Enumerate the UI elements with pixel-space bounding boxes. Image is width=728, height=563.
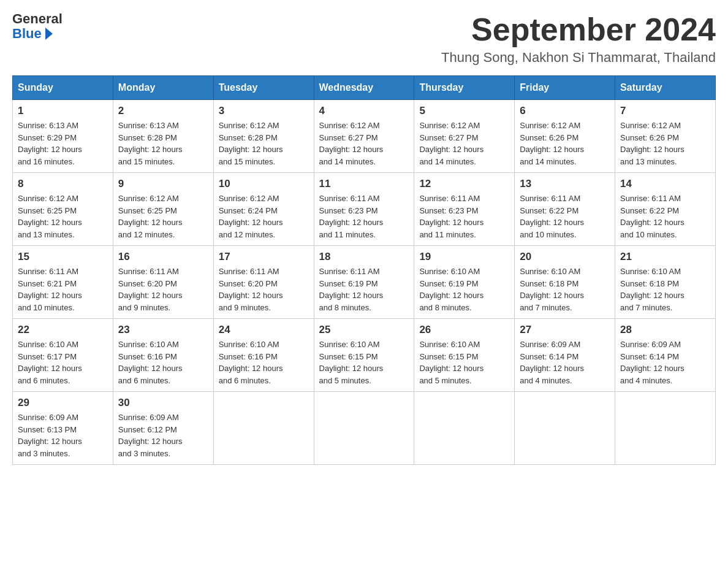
day-info: Sunrise: 6:10 AMSunset: 6:16 PMDaylight:… [219, 339, 309, 386]
day-number: 1 [18, 105, 108, 117]
calendar-header-saturday: Saturday [615, 76, 716, 100]
calendar-day-cell: 18Sunrise: 6:11 AMSunset: 6:19 PMDayligh… [314, 246, 414, 319]
calendar-day-cell: 24Sunrise: 6:10 AMSunset: 6:16 PMDayligh… [213, 319, 314, 392]
calendar-day-cell [213, 392, 314, 465]
day-number: 29 [18, 397, 108, 409]
calendar-day-cell: 29Sunrise: 6:09 AMSunset: 6:13 PMDayligh… [13, 392, 113, 465]
calendar-day-cell: 3Sunrise: 6:12 AMSunset: 6:28 PMDaylight… [213, 100, 314, 173]
day-number: 20 [520, 251, 610, 263]
day-info: Sunrise: 6:12 AMSunset: 6:25 PMDaylight:… [118, 193, 208, 240]
logo: General Blue [12, 12, 63, 42]
calendar-day-cell [314, 392, 414, 465]
calendar-day-cell: 30Sunrise: 6:09 AMSunset: 6:12 PMDayligh… [113, 392, 213, 465]
page-header: General Blue September 2024 Thung Song, … [12, 12, 716, 66]
day-number: 7 [620, 105, 710, 117]
calendar-day-cell: 13Sunrise: 6:11 AMSunset: 6:22 PMDayligh… [515, 173, 615, 246]
calendar-day-cell: 20Sunrise: 6:10 AMSunset: 6:18 PMDayligh… [515, 246, 615, 319]
day-number: 26 [419, 324, 509, 336]
calendar-day-cell [515, 392, 615, 465]
calendar-day-cell: 15Sunrise: 6:11 AMSunset: 6:21 PMDayligh… [13, 246, 113, 319]
day-number: 15 [18, 251, 108, 263]
day-number: 27 [520, 324, 610, 336]
calendar-week-row: 8Sunrise: 6:12 AMSunset: 6:25 PMDaylight… [13, 173, 716, 246]
calendar-week-row: 15Sunrise: 6:11 AMSunset: 6:21 PMDayligh… [13, 246, 716, 319]
day-number: 21 [620, 251, 710, 263]
day-info: Sunrise: 6:10 AMSunset: 6:18 PMDaylight:… [520, 266, 610, 313]
calendar-day-cell: 17Sunrise: 6:11 AMSunset: 6:20 PMDayligh… [213, 246, 314, 319]
calendar-day-cell [414, 392, 515, 465]
day-info: Sunrise: 6:11 AMSunset: 6:22 PMDaylight:… [620, 193, 710, 240]
calendar-day-cell: 5Sunrise: 6:12 AMSunset: 6:27 PMDaylight… [414, 100, 515, 173]
calendar-day-cell: 1Sunrise: 6:13 AMSunset: 6:29 PMDaylight… [13, 100, 113, 173]
day-info: Sunrise: 6:11 AMSunset: 6:21 PMDaylight:… [18, 266, 108, 313]
calendar-header-tuesday: Tuesday [213, 76, 314, 100]
day-info: Sunrise: 6:11 AMSunset: 6:23 PMDaylight:… [319, 193, 409, 240]
calendar-header-thursday: Thursday [414, 76, 515, 100]
day-info: Sunrise: 6:11 AMSunset: 6:20 PMDaylight:… [118, 266, 208, 313]
day-info: Sunrise: 6:11 AMSunset: 6:22 PMDaylight:… [520, 193, 610, 240]
day-number: 19 [419, 251, 509, 263]
day-number: 24 [219, 324, 309, 336]
day-info: Sunrise: 6:10 AMSunset: 6:17 PMDaylight:… [18, 339, 108, 386]
calendar-day-cell: 2Sunrise: 6:13 AMSunset: 6:28 PMDaylight… [113, 100, 213, 173]
day-info: Sunrise: 6:12 AMSunset: 6:26 PMDaylight:… [520, 120, 610, 167]
day-number: 2 [118, 105, 208, 117]
day-number: 25 [319, 324, 409, 336]
day-info: Sunrise: 6:13 AMSunset: 6:29 PMDaylight:… [18, 120, 108, 167]
calendar-day-cell: 28Sunrise: 6:09 AMSunset: 6:14 PMDayligh… [615, 319, 716, 392]
calendar-day-cell [615, 392, 716, 465]
day-info: Sunrise: 6:13 AMSunset: 6:28 PMDaylight:… [118, 120, 208, 167]
calendar-week-row: 29Sunrise: 6:09 AMSunset: 6:13 PMDayligh… [13, 392, 716, 465]
calendar-day-cell: 10Sunrise: 6:12 AMSunset: 6:24 PMDayligh… [213, 173, 314, 246]
day-number: 13 [520, 178, 610, 190]
day-info: Sunrise: 6:10 AMSunset: 6:18 PMDaylight:… [620, 266, 710, 313]
calendar-week-row: 1Sunrise: 6:13 AMSunset: 6:29 PMDaylight… [13, 100, 716, 173]
logo-triangle-icon [45, 28, 53, 40]
day-info: Sunrise: 6:11 AMSunset: 6:19 PMDaylight:… [319, 266, 409, 313]
title-section: September 2024 Thung Song, Nakhon Si Tha… [441, 12, 716, 66]
day-number: 6 [520, 105, 610, 117]
day-number: 23 [118, 324, 208, 336]
day-info: Sunrise: 6:10 AMSunset: 6:15 PMDaylight:… [319, 339, 409, 386]
day-info: Sunrise: 6:12 AMSunset: 6:28 PMDaylight:… [219, 120, 309, 167]
day-info: Sunrise: 6:11 AMSunset: 6:23 PMDaylight:… [419, 193, 509, 240]
day-number: 14 [620, 178, 710, 190]
day-info: Sunrise: 6:12 AMSunset: 6:27 PMDaylight:… [319, 120, 409, 167]
day-info: Sunrise: 6:12 AMSunset: 6:27 PMDaylight:… [419, 120, 509, 167]
calendar-table: SundayMondayTuesdayWednesdayThursdayFrid… [12, 75, 716, 465]
calendar-day-cell: 4Sunrise: 6:12 AMSunset: 6:27 PMDaylight… [314, 100, 414, 173]
calendar-day-cell: 14Sunrise: 6:11 AMSunset: 6:22 PMDayligh… [615, 173, 716, 246]
day-number: 3 [219, 105, 309, 117]
calendar-day-cell: 19Sunrise: 6:10 AMSunset: 6:19 PMDayligh… [414, 246, 515, 319]
calendar-day-cell: 11Sunrise: 6:11 AMSunset: 6:23 PMDayligh… [314, 173, 414, 246]
day-info: Sunrise: 6:12 AMSunset: 6:26 PMDaylight:… [620, 120, 710, 167]
month-title: September 2024 [441, 12, 716, 47]
day-number: 8 [18, 178, 108, 190]
day-info: Sunrise: 6:10 AMSunset: 6:15 PMDaylight:… [419, 339, 509, 386]
calendar-header-row: SundayMondayTuesdayWednesdayThursdayFrid… [13, 76, 716, 100]
calendar-day-cell: 7Sunrise: 6:12 AMSunset: 6:26 PMDaylight… [615, 100, 716, 173]
calendar-week-row: 22Sunrise: 6:10 AMSunset: 6:17 PMDayligh… [13, 319, 716, 392]
calendar-day-cell: 26Sunrise: 6:10 AMSunset: 6:15 PMDayligh… [414, 319, 515, 392]
day-number: 5 [419, 105, 509, 117]
day-number: 4 [319, 105, 409, 117]
calendar-header-friday: Friday [515, 76, 615, 100]
day-info: Sunrise: 6:10 AMSunset: 6:16 PMDaylight:… [118, 339, 208, 386]
day-info: Sunrise: 6:12 AMSunset: 6:24 PMDaylight:… [219, 193, 309, 240]
day-info: Sunrise: 6:09 AMSunset: 6:13 PMDaylight:… [18, 412, 108, 459]
day-number: 30 [118, 397, 208, 409]
day-number: 18 [319, 251, 409, 263]
calendar-day-cell: 22Sunrise: 6:10 AMSunset: 6:17 PMDayligh… [13, 319, 113, 392]
day-info: Sunrise: 6:11 AMSunset: 6:20 PMDaylight:… [219, 266, 309, 313]
day-number: 11 [319, 178, 409, 190]
day-number: 9 [118, 178, 208, 190]
calendar-header-wednesday: Wednesday [314, 76, 414, 100]
calendar-header-monday: Monday [113, 76, 213, 100]
day-number: 17 [219, 251, 309, 263]
calendar-day-cell: 12Sunrise: 6:11 AMSunset: 6:23 PMDayligh… [414, 173, 515, 246]
day-info: Sunrise: 6:09 AMSunset: 6:12 PMDaylight:… [118, 412, 208, 459]
day-number: 16 [118, 251, 208, 263]
day-number: 12 [419, 178, 509, 190]
day-number: 10 [219, 178, 309, 190]
location-subtitle: Thung Song, Nakhon Si Thammarat, Thailan… [441, 50, 716, 66]
